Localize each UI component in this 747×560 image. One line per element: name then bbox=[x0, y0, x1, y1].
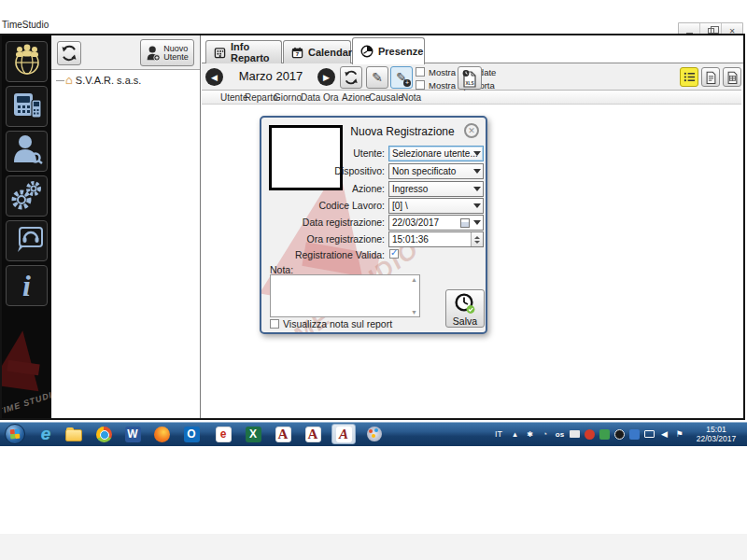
nuova-registrazione-dialog: TIME STUDIO Nuova Registrazione ✕ Utente… bbox=[260, 116, 487, 334]
taskbar-excel-icon[interactable]: X bbox=[241, 424, 265, 444]
sidebar-item-support[interactable] bbox=[6, 220, 48, 261]
app-window: i TIME STUDIO bbox=[0, 34, 745, 420]
show-invalidate-checkbox[interactable] bbox=[416, 67, 425, 77]
registrazione-valida-checkbox[interactable] bbox=[389, 249, 399, 259]
tab-presenze[interactable]: Presenze bbox=[352, 37, 425, 64]
svg-text:XLS: XLS bbox=[466, 80, 474, 85]
ora-registrazione-spinner[interactable]: 15:01:36 bbox=[388, 231, 484, 247]
chevron-down-icon bbox=[473, 203, 481, 208]
data-registrazione-label: Data registrazione: bbox=[261, 217, 385, 228]
taskbar-app-a1-icon[interactable]: A bbox=[271, 424, 295, 444]
show-hidden-icons[interactable]: ▴ bbox=[510, 429, 520, 440]
taskbar-chrome-icon[interactable] bbox=[92, 424, 116, 444]
taskbar-explorer-icon[interactable] bbox=[62, 424, 86, 444]
taskbar-outlook-icon[interactable]: O bbox=[179, 424, 204, 444]
tray-red-app-icon[interactable] bbox=[585, 429, 595, 440]
presenze-toolbar: ◀ Marzo 2017 ▶ ✎ ✎ + Mo bbox=[202, 63, 741, 91]
edit-registration-button[interactable]: ✎ bbox=[366, 66, 388, 89]
tray-blue-app-icon[interactable] bbox=[629, 429, 640, 440]
tab-info-reparto[interactable]: Info Reparto bbox=[205, 40, 282, 63]
col-nota[interactable]: Nota bbox=[402, 92, 421, 103]
report-note-checkbox[interactable] bbox=[270, 319, 279, 329]
language-indicator[interactable]: IT bbox=[492, 429, 505, 440]
tray-printer-icon[interactable] bbox=[570, 430, 580, 438]
azione-dropdown[interactable]: Ingresso bbox=[388, 181, 484, 197]
col-giorno[interactable]: Giorno bbox=[274, 92, 302, 103]
utente-dropdown[interactable]: Selezionare utente... bbox=[388, 146, 484, 161]
list-view-button[interactable] bbox=[680, 67, 698, 87]
new-registration-button[interactable]: ✎ + bbox=[390, 66, 413, 89]
col-ora[interactable]: Ora bbox=[323, 92, 339, 103]
tab-calendario[interactable]: 7 Calendario bbox=[283, 40, 351, 63]
pencil-icon: ✎ bbox=[372, 70, 383, 85]
sidebar-item-terminals[interactable] bbox=[6, 86, 48, 127]
refresh-icon bbox=[344, 70, 359, 85]
clock-icon bbox=[360, 45, 374, 58]
new-user-button[interactable]: Nuovo Utente bbox=[140, 39, 194, 66]
previous-month-button[interactable]: ◀ bbox=[205, 68, 223, 86]
tray-app-icon[interactable]: ✱ bbox=[525, 429, 535, 440]
col-causale[interactable]: Causale bbox=[369, 92, 403, 103]
tray-green-app-icon[interactable] bbox=[599, 429, 610, 440]
desktop-white-area bbox=[0, 446, 747, 534]
col-data[interactable]: Data bbox=[301, 92, 320, 103]
users-globe-icon bbox=[10, 43, 44, 80]
dispositivo-label: Dispositivo: bbox=[261, 165, 385, 176]
taskbar-paint-icon[interactable] bbox=[362, 424, 387, 444]
taskbar-firefox-icon[interactable] bbox=[149, 424, 174, 444]
tree-root-label: S.V.A.R. s.a.s. bbox=[76, 75, 142, 86]
scroll-up-icon[interactable]: ▲ bbox=[411, 276, 417, 283]
info-icon: i bbox=[22, 272, 31, 300]
windows-logo-icon bbox=[10, 429, 21, 440]
taskbar-word-icon[interactable]: W bbox=[120, 424, 145, 444]
utente-label: Utente: bbox=[261, 147, 385, 159]
col-azione[interactable]: Azione bbox=[342, 92, 371, 103]
spinner-buttons[interactable] bbox=[471, 232, 483, 246]
utente-value: Selezionare utente... bbox=[392, 148, 478, 159]
show-invalidate-row[interactable]: Mostra Invalidate bbox=[416, 66, 496, 77]
nota-textarea[interactable]: ▲ ▼ bbox=[270, 274, 420, 317]
sidebar-item-info[interactable]: i bbox=[6, 265, 48, 306]
taskbar-ie-icon[interactable]: e bbox=[34, 424, 58, 444]
refresh-users-button[interactable] bbox=[57, 41, 81, 65]
tree-root-item[interactable]: ⌂ S.V.A.R. s.a.s. bbox=[56, 75, 141, 86]
system-tray: IT ▴ ✱ ◔ os ◀ ⚑ 15:01 22/03/2017 bbox=[492, 422, 747, 446]
show-apriporta-row[interactable]: Mostra ApriPorta bbox=[416, 79, 496, 91]
action-center-flag-icon[interactable]: ⚑ bbox=[674, 429, 684, 440]
ora-registrazione-label: Ora registrazione: bbox=[261, 233, 385, 245]
export-xls-button[interactable]: XLS bbox=[458, 66, 482, 90]
sidebar-item-user-access[interactable] bbox=[6, 131, 48, 172]
scroll-down-icon[interactable]: ▼ bbox=[411, 309, 417, 315]
tray-clock-app-icon[interactable]: ◔ bbox=[540, 429, 550, 440]
tray-os-icon[interactable]: os bbox=[555, 429, 565, 440]
azione-value: Ingresso bbox=[392, 184, 428, 194]
volume-icon[interactable]: ◀ bbox=[659, 429, 669, 440]
taskbar-app-a2-icon[interactable]: A bbox=[301, 424, 325, 444]
report-note-row[interactable]: Visualizza nota sul report bbox=[270, 318, 392, 329]
refresh-icon bbox=[61, 45, 78, 62]
next-month-button[interactable]: ▶ bbox=[317, 68, 335, 86]
network-icon[interactable] bbox=[644, 430, 655, 438]
refresh-list-button[interactable] bbox=[340, 66, 362, 89]
sidebar-item-settings[interactable] bbox=[6, 175, 48, 217]
tray-dark-app-icon[interactable] bbox=[614, 429, 625, 440]
codice-lavoro-dropdown[interactable]: [0] \ bbox=[388, 198, 484, 214]
taskbar-timestudio-active-icon[interactable]: A bbox=[331, 424, 356, 444]
tray-clock[interactable]: 15:01 22/03/2017 bbox=[689, 425, 743, 443]
company-home-icon: ⌂ bbox=[65, 76, 73, 85]
dialog-close-button[interactable]: ✕ bbox=[464, 123, 479, 138]
dispositivo-dropdown[interactable]: Non specificato bbox=[388, 163, 484, 179]
report-page-button[interactable] bbox=[701, 67, 720, 87]
taskbar-app-e-icon[interactable]: e bbox=[211, 424, 235, 444]
show-apriporta-checkbox[interactable] bbox=[416, 80, 425, 90]
report-grid-button[interactable] bbox=[723, 67, 741, 87]
grid-column-headers: Utente Reparto Giorno Data Ora Azione Ca… bbox=[202, 91, 741, 105]
xls-document-icon: XLS bbox=[461, 69, 478, 88]
headset-icon bbox=[10, 222, 44, 259]
data-registrazione-picker[interactable]: 22/03/2017 bbox=[388, 215, 484, 231]
save-button[interactable]: Salva bbox=[445, 289, 485, 328]
start-button[interactable] bbox=[5, 424, 25, 444]
taskbar: e W O e X A A A IT ▴ ✱ ◔ os ◀ ⚑ 15:01 22… bbox=[0, 422, 747, 446]
clock-save-icon bbox=[454, 292, 476, 315]
sidebar-item-users-globe[interactable] bbox=[6, 41, 48, 82]
